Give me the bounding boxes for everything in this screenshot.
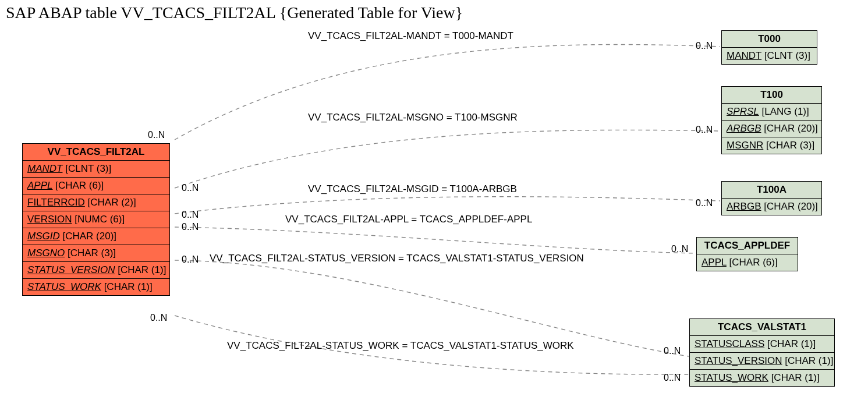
entity-header: T100 [722, 87, 821, 104]
cardinality-main-6: 0..N [150, 313, 167, 323]
field-msgid: MSGID [CHAR (20)] [23, 228, 169, 245]
cardinality-main-1: 0..N [148, 130, 165, 140]
field-arbgb: ARBGB [CHAR (20)] [722, 121, 821, 137]
cardinality-main-3: 0..N [182, 210, 199, 220]
field-statusclass: STATUSCLASS [CHAR (1)] [690, 336, 834, 353]
field-sprsl: SPRSL [LANG (1)] [722, 104, 821, 121]
cardinality-valstat1-b: 0..N [664, 373, 681, 383]
entity-t000: T000 MANDT [CLNT (3)] [721, 30, 817, 65]
relation-label-3: VV_TCACS_FILT2AL-MSGID = T100A-ARBGB [308, 183, 517, 195]
relation-label-1: VV_TCACS_FILT2AL-MANDT = T000-MANDT [308, 30, 513, 42]
entity-t100a: T100A ARBGB [CHAR (20)] [721, 181, 822, 215]
relation-label-6: VV_TCACS_FILT2AL-STATUS_WORK = TCACS_VAL… [227, 340, 574, 352]
field-status-work: STATUS_WORK [CHAR (1)] [690, 370, 834, 386]
entity-header: VV_TCACS_FILT2AL [23, 144, 169, 161]
field-status-version: STATUS_VERSION [CHAR (1)] [23, 262, 169, 279]
field-mandt: MANDT [CLNT (3)] [23, 161, 169, 178]
entity-tcacs-valstat1: TCACS_VALSTAT1 STATUSCLASS [CHAR (1)] ST… [689, 318, 835, 387]
field-status-work: STATUS_WORK [CHAR (1)] [23, 279, 169, 295]
entity-header: TCACS_VALSTAT1 [690, 319, 834, 336]
field-appl: APPL [CHAR (6)] [697, 254, 798, 271]
field-mandt: MANDT [CLNT (3)] [722, 48, 817, 64]
relation-label-2: VV_TCACS_FILT2AL-MSGNO = T100-MSGNR [308, 112, 518, 123]
field-msgno: MSGNO [CHAR (3)] [23, 245, 169, 262]
entity-tcacs-appldef: TCACS_APPLDEF APPL [CHAR (6)] [696, 237, 798, 271]
entity-header: T000 [722, 31, 817, 48]
relation-label-5: VV_TCACS_FILT2AL-STATUS_VERSION = TCACS_… [210, 253, 584, 264]
field-filterrcid: FILTERRCID [CHAR (2)] [23, 194, 169, 211]
cardinality-main-5: 0..N [182, 254, 199, 265]
entity-header: TCACS_APPLDEF [697, 238, 798, 254]
cardinality-appldef: 0..N [671, 244, 688, 254]
field-arbgb: ARBGB [CHAR (20)] [722, 199, 821, 215]
entity-t100: T100 SPRSL [LANG (1)] ARBGB [CHAR (20)] … [721, 86, 822, 154]
page-title: SAP ABAP table VV_TCACS_FILT2AL {Generat… [6, 3, 463, 22]
cardinality-t100: 0..N [696, 125, 713, 135]
entity-header: T100A [722, 182, 821, 199]
cardinality-valstat1-a: 0..N [664, 346, 681, 356]
cardinality-main-2: 0..N [182, 183, 199, 193]
entity-vv-tcacs-filt2al: VV_TCACS_FILT2AL MANDT [CLNT (3)] APPL [… [22, 143, 170, 296]
cardinality-t100a: 0..N [696, 198, 713, 208]
cardinality-main-4: 0..N [182, 222, 199, 232]
cardinality-t000: 0..N [696, 41, 713, 51]
field-version: VERSION [NUMC (6)] [23, 211, 169, 228]
field-appl: APPL [CHAR (6)] [23, 178, 169, 194]
field-msgnr: MSGNR [CHAR (3)] [722, 137, 821, 154]
relation-label-4: VV_TCACS_FILT2AL-APPL = TCACS_APPLDEF-AP… [285, 214, 532, 225]
field-status-version: STATUS_VERSION [CHAR (1)] [690, 353, 834, 370]
